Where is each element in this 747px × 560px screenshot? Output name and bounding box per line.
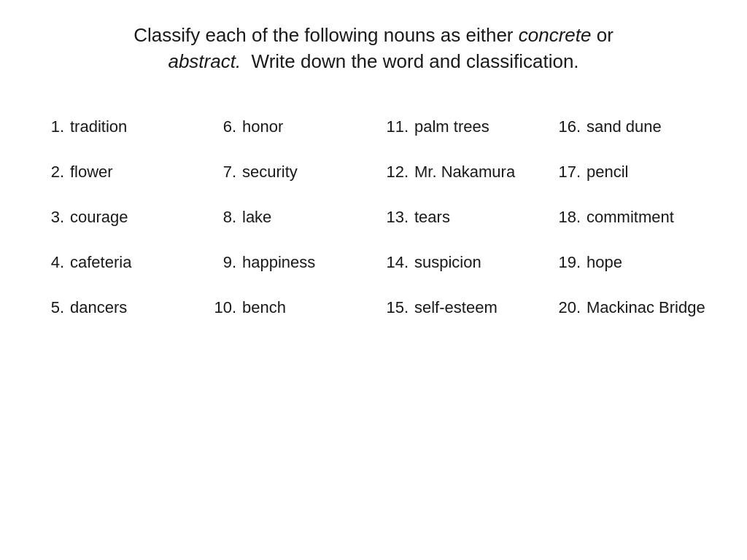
page-title: Classify each of the following nouns as … <box>133 22 614 75</box>
list-item: 16.sand dune <box>546 104 718 149</box>
list-item: 18.commitment <box>546 195 718 240</box>
word-label: security <box>242 163 298 182</box>
word-number: 9. <box>209 253 236 272</box>
word-number: 19. <box>553 253 581 272</box>
list-item: 2.flower <box>29 149 201 195</box>
list-item: 6.honor <box>201 104 374 149</box>
title-part3: Write down the word and classification. <box>241 50 578 72</box>
word-label: dancers <box>70 298 127 317</box>
word-label: pencil <box>587 163 628 182</box>
word-label: self-esteem <box>414 298 498 317</box>
word-number: 3. <box>36 208 64 227</box>
list-item: 14.suspicion <box>374 240 546 285</box>
word-number: 15. <box>381 298 409 317</box>
list-item: 13.tears <box>374 195 546 240</box>
word-number: 17. <box>553 163 581 182</box>
word-grid: 1.tradition6.honor11.palm trees16.sand d… <box>29 104 718 330</box>
word-label: tears <box>414 208 450 227</box>
word-number: 14. <box>381 253 409 272</box>
list-item: 10.bench <box>201 285 374 330</box>
word-label: honor <box>242 117 283 136</box>
word-label: tradition <box>70 117 127 136</box>
word-number: 20. <box>553 298 581 317</box>
word-number: 7. <box>209 163 236 182</box>
list-item: 1.tradition <box>29 104 201 149</box>
word-number: 18. <box>553 208 581 227</box>
list-item: 3.courage <box>29 195 201 240</box>
word-number: 4. <box>36 253 64 272</box>
list-item: 19.hope <box>546 240 718 285</box>
word-number: 16. <box>553 117 581 136</box>
word-number: 12. <box>381 163 409 182</box>
word-label: commitment <box>587 208 674 227</box>
word-label: suspicion <box>414 253 481 272</box>
list-item: 12.Mr. Nakamura <box>374 149 546 195</box>
list-item: 8.lake <box>201 195 374 240</box>
word-label: sand dune <box>587 117 662 136</box>
list-item: 11.palm trees <box>374 104 546 149</box>
list-item: 5.dancers <box>29 285 201 330</box>
word-label: lake <box>242 208 271 227</box>
title-part1: Classify each of the following nouns as … <box>133 24 519 46</box>
list-item: 17.pencil <box>546 149 718 195</box>
list-item: 15.self-esteem <box>374 285 546 330</box>
word-number: 13. <box>381 208 409 227</box>
list-item: 9.happiness <box>201 240 374 285</box>
word-number: 6. <box>209 117 236 136</box>
word-number: 10. <box>209 298 236 317</box>
word-label: hope <box>587 253 622 272</box>
word-number: 2. <box>36 163 64 182</box>
word-label: courage <box>70 208 128 227</box>
word-label: bench <box>242 298 286 317</box>
word-number: 8. <box>209 208 236 227</box>
list-item: 20.Mackinac Bridge <box>546 285 718 330</box>
word-label: happiness <box>242 253 315 272</box>
word-label: flower <box>70 163 113 182</box>
word-number: 1. <box>36 117 64 136</box>
word-number: 5. <box>36 298 64 317</box>
title-part2: or <box>591 24 613 46</box>
title-abstract: abstract. <box>168 50 241 72</box>
title-concrete: concrete <box>519 24 592 46</box>
word-label: palm trees <box>414 117 489 136</box>
list-item: 7.security <box>201 149 374 195</box>
word-label: Mackinac Bridge <box>587 298 705 317</box>
word-number: 11. <box>381 117 409 136</box>
list-item: 4.cafeteria <box>29 240 201 285</box>
word-label: Mr. Nakamura <box>414 163 515 182</box>
word-label: cafeteria <box>70 253 131 272</box>
